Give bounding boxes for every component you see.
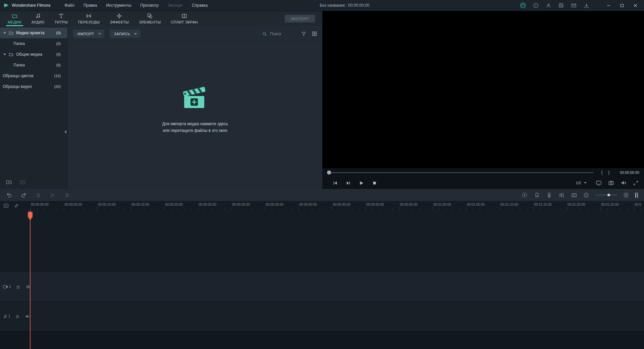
ruler-tick-label: 00:00:30:00 bbox=[232, 203, 250, 206]
render-preview-button[interactable] bbox=[522, 192, 528, 198]
menu-view[interactable]: Просмотр bbox=[140, 3, 159, 8]
volume-icon[interactable] bbox=[621, 180, 627, 186]
mail-icon[interactable] bbox=[571, 3, 577, 8]
import-media-dropzone[interactable]: Для импорта медиа нажмите здесь или пере… bbox=[68, 83, 322, 134]
tab-elements[interactable]: ЭЛЕМЕНТЫ bbox=[134, 11, 166, 26]
support-headset-icon[interactable] bbox=[520, 2, 526, 8]
mark-out-icon[interactable]: } bbox=[607, 170, 611, 175]
sidebar-item-video-samples[interactable]: Образцы видео (20) bbox=[0, 81, 67, 92]
sidebar-item-count: (0) bbox=[56, 52, 61, 56]
previous-frame-button[interactable] bbox=[331, 179, 339, 187]
voiceover-mic-button[interactable] bbox=[546, 192, 552, 198]
detach-monitor-icon[interactable] bbox=[596, 180, 602, 186]
ruler-tick-label: 00:00:20:00 bbox=[165, 203, 183, 206]
zoom-in-button[interactable] bbox=[624, 193, 629, 198]
adjust-properties-button[interactable] bbox=[64, 192, 70, 198]
zoom-out-button[interactable] bbox=[584, 193, 589, 198]
menu-export[interactable]: Экспорт bbox=[168, 3, 183, 8]
effects-icon bbox=[116, 13, 122, 19]
audio-mixer-button[interactable] bbox=[559, 192, 565, 198]
snapshot-camera-icon[interactable] bbox=[608, 180, 614, 186]
split-screen-icon bbox=[181, 13, 187, 19]
sidebar-item-count: (0) bbox=[56, 31, 61, 35]
info-icon[interactable] bbox=[533, 3, 539, 8]
sidebar-item-label: Папка bbox=[13, 41, 25, 46]
preview-zoom-select[interactable]: 1/2 bbox=[576, 181, 587, 185]
video-track-icon bbox=[3, 284, 8, 289]
caret-down-icon[interactable] bbox=[3, 54, 6, 55]
tab-effects[interactable]: ЭФФЕКТЫ bbox=[105, 11, 134, 26]
playhead[interactable] bbox=[30, 210, 31, 349]
timeline-ruler[interactable]: 00:00:00:0000:00:05:0000:00:10:0000:00:1… bbox=[30, 201, 644, 210]
timeline-zoom-slider[interactable] bbox=[595, 193, 617, 197]
caret-down-icon[interactable] bbox=[3, 32, 6, 34]
video-track-head: 1 bbox=[0, 272, 31, 301]
play-button[interactable] bbox=[357, 179, 365, 187]
record-button[interactable]: ЗАПИСЬ bbox=[110, 30, 140, 38]
tab-media[interactable]: МЕДИА bbox=[3, 11, 26, 26]
video-track[interactable]: 1 bbox=[0, 272, 644, 301]
preview-timecode: 00:00:00:00 bbox=[616, 170, 639, 174]
tab-transitions[interactable]: ПЕРЕХОДЫ bbox=[73, 11, 105, 26]
delete-folder-icon[interactable] bbox=[20, 179, 25, 185]
preview-seek-bar[interactable] bbox=[327, 170, 594, 175]
menu-file[interactable]: Файл bbox=[64, 3, 74, 8]
collapse-sidebar-arrow-icon[interactable] bbox=[64, 130, 66, 134]
redo-button[interactable] bbox=[21, 192, 27, 198]
sidebar-item-project-media[interactable]: Медиа проекта (0) bbox=[0, 28, 67, 38]
ruler-tick-label: 00:00:55:00 bbox=[400, 203, 418, 206]
undo-button[interactable] bbox=[6, 192, 12, 198]
maximize-button[interactable] bbox=[615, 0, 629, 11]
new-folder-icon[interactable] bbox=[6, 179, 12, 185]
grid-view-icon[interactable] bbox=[312, 31, 317, 36]
ruler-tick-label: 00:00:10:00 bbox=[98, 203, 116, 206]
sidebar-item-folder-2[interactable]: Папка (0) bbox=[0, 60, 67, 70]
mark-in-icon[interactable]: { bbox=[600, 170, 604, 175]
delete-button[interactable] bbox=[36, 192, 41, 198]
timeline-bottom-filler bbox=[0, 331, 644, 349]
download-icon[interactable] bbox=[584, 3, 589, 8]
menu-help[interactable]: Справка bbox=[192, 3, 208, 8]
audio-track[interactable]: 1 bbox=[0, 301, 644, 331]
ruler-tick-label: 00:00:40:00 bbox=[299, 203, 317, 206]
search-box[interactable] bbox=[262, 31, 296, 37]
account-icon[interactable] bbox=[546, 3, 551, 8]
zoom-to-fit-icon[interactable] bbox=[635, 193, 638, 198]
timeline-empty-area[interactable] bbox=[0, 210, 644, 272]
manage-tracks-icon[interactable] bbox=[3, 203, 9, 208]
lock-icon[interactable] bbox=[16, 285, 20, 289]
transport-controls: 1/2 bbox=[322, 177, 644, 189]
sidebar-item-color-samples[interactable]: Образцы цветов (15) bbox=[0, 70, 67, 81]
tab-label: ЭФФЕКТЫ bbox=[110, 20, 129, 24]
export-button[interactable]: ЭКСПОРТ bbox=[285, 15, 315, 22]
zoom-slider-knob[interactable] bbox=[607, 194, 610, 196]
sidebar-item-folder-1[interactable]: Папка (0) bbox=[0, 38, 67, 49]
link-clips-icon[interactable] bbox=[14, 203, 19, 208]
sidebar-item-shared-media[interactable]: Общие медиа (0) bbox=[0, 49, 67, 60]
ruler-tick-label: 00:01:15:00 bbox=[534, 203, 552, 206]
filter-icon[interactable] bbox=[301, 31, 306, 36]
minimize-button[interactable] bbox=[602, 0, 615, 11]
fullscreen-icon[interactable] bbox=[633, 180, 639, 186]
seek-track bbox=[327, 172, 594, 173]
marker-button[interactable] bbox=[534, 192, 540, 198]
tab-split-screen[interactable]: СПЛИТ ЭКРАН bbox=[166, 11, 203, 26]
search-input[interactable] bbox=[269, 31, 296, 37]
lock-icon[interactable] bbox=[15, 314, 19, 318]
menu-edit[interactable]: Правка bbox=[84, 3, 97, 8]
tab-titles[interactable]: ТИТРЫ bbox=[49, 11, 73, 26]
seek-handle[interactable] bbox=[327, 170, 331, 174]
add-to-screen-button[interactable] bbox=[571, 192, 577, 198]
split-scissors-button[interactable] bbox=[50, 192, 56, 198]
stop-button[interactable] bbox=[370, 179, 378, 187]
record-button-label: ЗАПИСЬ bbox=[114, 32, 130, 36]
mute-speaker-icon[interactable] bbox=[25, 314, 30, 319]
import-button[interactable]: ИМПОРТ bbox=[73, 30, 104, 38]
ruler-tick-label: 00:00:05:00 bbox=[64, 203, 82, 206]
tab-audio[interactable]: АУДИО bbox=[26, 11, 50, 26]
empty-state-line2: или перетащите файлы в это окно bbox=[162, 128, 228, 134]
next-frame-button[interactable] bbox=[344, 179, 352, 187]
close-button[interactable] bbox=[629, 0, 642, 11]
save-icon[interactable] bbox=[558, 3, 564, 8]
menu-tools[interactable]: Инструменты bbox=[106, 3, 131, 8]
